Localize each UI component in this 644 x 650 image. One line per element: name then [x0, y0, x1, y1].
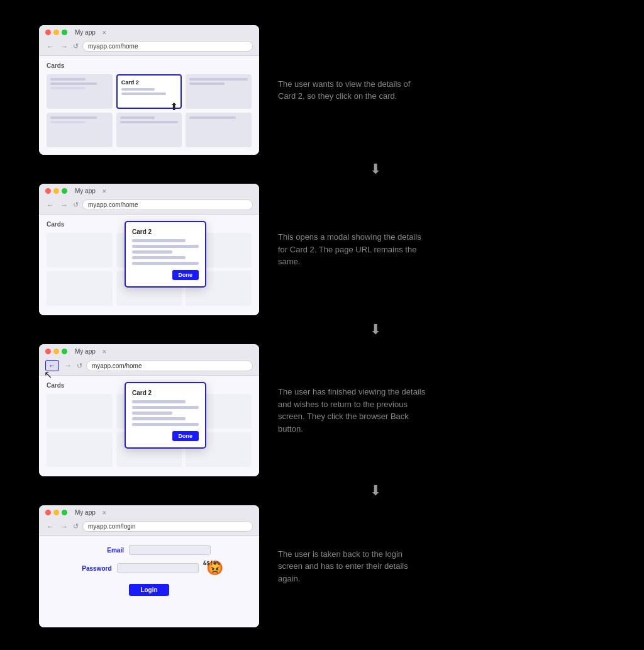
card-5-step1[interactable]	[116, 113, 182, 147]
steps-wrapper: My app ✕ ← → ↺ myapp.com/home Cards	[39, 13, 605, 640]
faded-card-s3-1	[47, 394, 113, 429]
tl-green-2	[62, 188, 67, 194]
step-2-row: My app ✕ ← → ↺ myapp.com/home Cards	[39, 184, 605, 315]
back-btn-step4[interactable]: ←	[45, 522, 55, 531]
browser-step1: My app ✕ ← → ↺ myapp.com/home Cards	[39, 25, 259, 155]
card5-line2	[120, 121, 179, 123]
tab-close-step3[interactable]: ✕	[102, 349, 107, 355]
tab-label-step3: My app	[75, 348, 96, 355]
password-input[interactable]	[117, 563, 199, 573]
urlbar-step2: ← → ↺ myapp.com/home	[39, 197, 259, 215]
card1-line1	[50, 78, 86, 81]
login-content: Email Password 😡 &$!#% Login	[39, 536, 259, 627]
card3-line1	[189, 78, 248, 81]
refresh-step4[interactable]: ↺	[73, 522, 79, 530]
login-btn[interactable]: Login	[129, 584, 169, 596]
card4-line2	[50, 121, 86, 123]
content-step1: Cards Card 2 ⬆	[39, 56, 259, 155]
card-6-step1[interactable]	[186, 113, 252, 147]
modal-s3-line2	[132, 406, 199, 409]
content-step3: Cards Card 2 Done	[39, 376, 259, 476]
done-btn-step2[interactable]: Done	[172, 270, 199, 280]
titlebar-step2: My app ✕	[39, 184, 259, 197]
content-step2: Cards Card 2 D	[39, 215, 259, 315]
card6-line1	[189, 116, 236, 119]
back-btn-step2[interactable]: ←	[45, 201, 55, 210]
traffic-lights-step2	[45, 188, 67, 194]
browser-step4: My app ✕ ← → ↺ myapp.com/login Email Pas…	[39, 505, 259, 627]
arrow-icon-2: ⬇	[370, 322, 381, 338]
url-step2[interactable]: myapp.com/home	[82, 199, 253, 210]
annotation-step3: The user has finished viewing the detail…	[259, 386, 448, 435]
card-3-step1[interactable]	[186, 74, 252, 109]
forward-btn-step2[interactable]: →	[59, 201, 69, 210]
titlebar-step1: My app ✕	[39, 25, 259, 38]
url-step1[interactable]: myapp.com/home	[82, 41, 253, 52]
arrow-down-2: ⬇	[263, 322, 381, 338]
tl-yellow	[53, 30, 59, 35]
email-label: Email	[87, 547, 124, 554]
urlbar-step4: ← → ↺ myapp.com/login	[39, 518, 259, 536]
traffic-lights-step3	[45, 349, 67, 354]
tab-area-step1: My app ✕	[75, 29, 253, 36]
cards-grid-step1: Card 2 ⬆	[47, 74, 252, 147]
card2-line2	[121, 92, 166, 95]
cursor-step1: ⬆	[170, 101, 178, 113]
modal-step3: Card 2 Done	[125, 382, 206, 449]
card3-line2	[189, 82, 225, 85]
tl-green-3	[62, 349, 67, 354]
tl-yellow-3	[53, 349, 59, 354]
modal-line5	[132, 262, 199, 265]
modal-title-step2: Card 2	[132, 228, 199, 235]
arrow-icon-1: ⬇	[370, 161, 381, 177]
step-4-row: My app ✕ ← → ↺ myapp.com/login Email Pas…	[39, 505, 605, 627]
modal-line2	[132, 245, 199, 248]
faded-card-s3-4	[47, 432, 113, 467]
tl-yellow-4	[53, 510, 59, 515]
url-step3[interactable]: myapp.com/home	[86, 361, 253, 371]
modal-s3-line5	[132, 423, 199, 426]
tab-close-step1[interactable]: ✕	[102, 30, 107, 36]
annotation-step4: The user is taken back to the login scre…	[259, 548, 448, 585]
tab-close-step2[interactable]: ✕	[102, 188, 107, 194]
forward-btn-step1[interactable]: →	[59, 42, 69, 51]
forward-btn-step3[interactable]: →	[63, 361, 73, 370]
step-3-row: My app ✕ ← → ↺ myapp.com/home ↖ Cards	[39, 344, 605, 476]
url-step4[interactable]: myapp.com/login	[82, 521, 253, 532]
refresh-step1[interactable]: ↺	[73, 42, 79, 50]
tl-red-2	[45, 188, 51, 194]
back-btn-step3[interactable]: ←	[45, 360, 59, 371]
urlbar-step3: ← → ↺ myapp.com/home ↖	[39, 357, 259, 376]
tab-area-step2: My app ✕	[75, 188, 253, 194]
browser-step2: My app ✕ ← → ↺ myapp.com/home Cards	[39, 184, 259, 315]
refresh-step2[interactable]: ↺	[73, 201, 79, 209]
forward-btn-step4[interactable]: →	[59, 522, 69, 531]
back-btn-step1[interactable]: ←	[45, 42, 55, 51]
arrow-down-1: ⬇	[263, 161, 381, 177]
arrow-icon-3: ⬇	[370, 483, 381, 499]
card-4-step1[interactable]	[47, 113, 113, 147]
card1-line2	[50, 82, 97, 85]
card5-line1	[120, 116, 155, 119]
refresh-step3[interactable]: ↺	[77, 362, 82, 370]
tl-red-4	[45, 510, 51, 515]
section-label-step1: Cards	[47, 62, 252, 69]
tab-close-step4[interactable]: ✕	[102, 510, 107, 516]
traffic-lights-step1	[45, 30, 67, 35]
browser-step3: My app ✕ ← → ↺ myapp.com/home ↖ Cards	[39, 344, 259, 476]
modal-line1	[132, 239, 186, 242]
arrow-down-3: ⬇	[263, 483, 381, 499]
email-input[interactable]	[129, 545, 211, 555]
card2-title-step1: Card 2	[121, 79, 177, 86]
modal-line4	[132, 256, 186, 259]
email-row: Email	[52, 545, 247, 555]
password-placeholder-text: &$!#%	[203, 560, 220, 566]
modal-step2: Card 2 Done	[125, 221, 206, 288]
card-1-step1[interactable]	[47, 74, 113, 109]
card-2-step1[interactable]: Card 2 ⬆	[116, 74, 182, 109]
done-btn-step3[interactable]: Done	[172, 431, 199, 441]
titlebar-step4: My app ✕	[39, 505, 259, 518]
tl-green-4	[62, 510, 67, 515]
tab-label-step2: My app	[75, 188, 96, 194]
card2-line1	[121, 88, 155, 91]
